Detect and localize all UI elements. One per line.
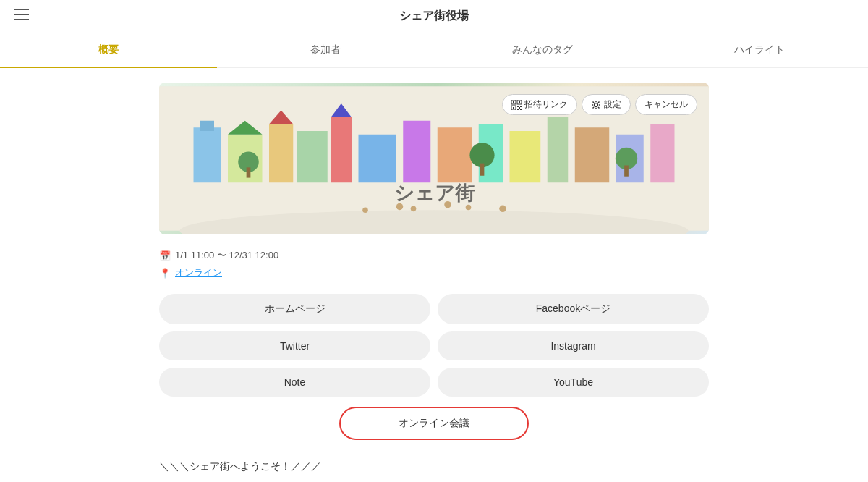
online-meeting-wrap: オンライン会議: [159, 407, 709, 440]
svg-rect-43: [520, 106, 522, 107]
page-title: シェア街役場: [399, 9, 469, 24]
event-location: 📍 オンライン: [159, 266, 709, 279]
svg-rect-5: [194, 127, 221, 182]
svg-point-32: [444, 201, 451, 208]
facebook-button[interactable]: Facebookページ: [438, 294, 709, 324]
header: シェア街役場: [0, 0, 868, 33]
svg-rect-15: [510, 131, 541, 182]
tab-participants[interactable]: 参加者: [217, 33, 434, 67]
location-link[interactable]: オンライン: [175, 266, 222, 279]
svg-point-35: [499, 206, 506, 213]
svg-point-34: [362, 207, 368, 213]
hero-actions: 招待リンク 設定 キャンセル: [502, 94, 697, 115]
tab-highlights[interactable]: ハイライト: [651, 33, 868, 67]
qr-icon: [511, 100, 522, 110]
svg-point-30: [396, 203, 404, 211]
tab-bar: 概要 参加者 みんなのタグ ハイライト: [0, 33, 868, 68]
link-grid: ホームページ Facebookページ Twitter Instagram Not…: [159, 294, 709, 397]
calendar-icon: 📅: [159, 250, 171, 261]
svg-rect-1: [14, 14, 29, 15]
svg-rect-12: [403, 121, 430, 183]
cancel-button[interactable]: キャンセル: [635, 94, 697, 115]
instagram-button[interactable]: Instagram: [438, 331, 709, 360]
svg-rect-17: [575, 127, 610, 182]
svg-rect-11: [359, 135, 396, 183]
tab-overview[interactable]: 概要: [0, 33, 217, 67]
svg-rect-10: [331, 117, 352, 182]
gear-icon: [591, 100, 601, 110]
youtube-button[interactable]: YouTube: [438, 368, 709, 397]
description: ＼＼＼シェア街へようこそ！／／／ シェア街（しぇあまち）の住民票登録、ありがとう…: [159, 457, 709, 482]
menu-icon[interactable]: [14, 9, 29, 24]
svg-point-33: [466, 205, 472, 211]
svg-rect-44: [519, 107, 520, 109]
homepage-button[interactable]: ホームページ: [159, 294, 430, 324]
svg-rect-23: [480, 164, 485, 176]
svg-text:シェア街: シェア街: [394, 182, 475, 204]
svg-rect-9: [297, 131, 328, 182]
svg-rect-25: [624, 166, 629, 177]
svg-rect-21: [247, 167, 251, 177]
svg-rect-37: [513, 101, 514, 103]
svg-rect-45: [517, 109, 519, 110]
svg-rect-13: [438, 127, 472, 182]
svg-rect-6: [200, 121, 214, 131]
note-button[interactable]: Note: [159, 368, 430, 397]
settings-button[interactable]: 設定: [582, 94, 631, 115]
svg-rect-0: [14, 9, 29, 10]
event-date: 📅 1/1 11:00 〜 12/31 12:00: [159, 249, 709, 262]
event-info: 📅 1/1 11:00 〜 12/31 12:00 📍 オンライン: [159, 249, 709, 279]
svg-rect-2: [14, 19, 29, 20]
svg-rect-39: [519, 101, 520, 103]
welcome-text: ＼＼＼シェア街へようこそ！／／／: [159, 457, 709, 475]
invite-link-button[interactable]: 招待リンク: [502, 94, 577, 115]
twitter-button[interactable]: Twitter: [159, 331, 430, 360]
svg-rect-19: [650, 124, 674, 183]
svg-rect-42: [517, 106, 519, 107]
hero-container: シェア街: [159, 83, 709, 234]
tab-tags[interactable]: みんなのタグ: [434, 33, 651, 67]
svg-point-31: [411, 206, 417, 212]
svg-rect-16: [548, 117, 569, 182]
svg-point-47: [595, 103, 598, 106]
svg-rect-8: [269, 124, 293, 183]
svg-rect-46: [520, 109, 522, 110]
location-icon: 📍: [159, 268, 171, 279]
online-meeting-button[interactable]: オンライン会議: [339, 407, 529, 440]
svg-rect-41: [513, 107, 514, 109]
main-content: シェア街: [145, 68, 723, 482]
